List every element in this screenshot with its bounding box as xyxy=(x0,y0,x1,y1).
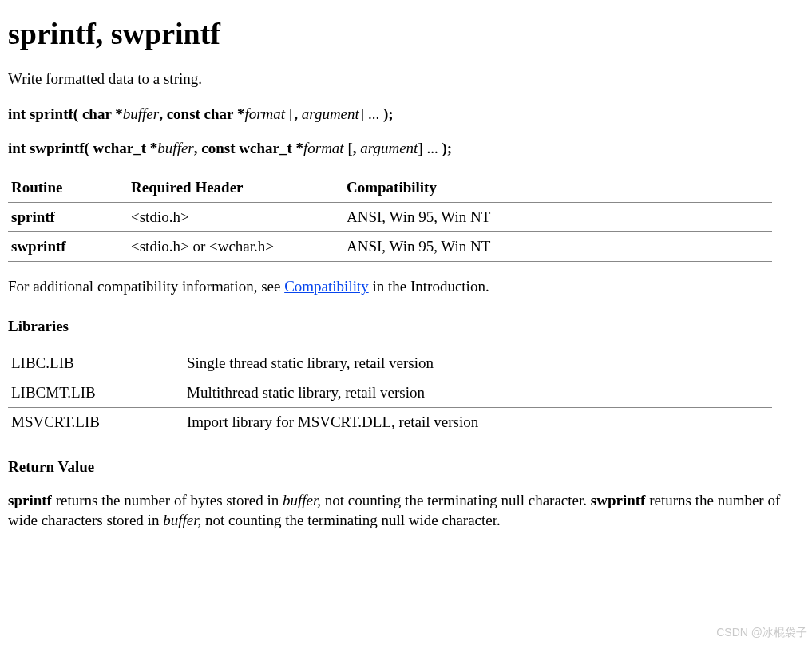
col-routine: Routine xyxy=(8,173,128,203)
sig-text: int swprintf( wchar_t * xyxy=(8,140,157,156)
sig-text: ); xyxy=(442,140,452,156)
sig-text: ); xyxy=(383,105,394,122)
cell-libdesc: Multithread static library, retail versi… xyxy=(184,378,772,408)
ret-param: buffer, xyxy=(163,512,201,528)
sig-text: [ xyxy=(285,105,294,122)
page-title: sprintf, swprintf xyxy=(8,16,804,51)
sig-text: , xyxy=(294,105,302,122)
table-row: sprintf <stdio.h> ANSI, Win 95, Win NT xyxy=(8,202,772,231)
cell-header: <stdio.h> or <wchar.h> xyxy=(128,231,343,261)
sig-text: [ xyxy=(344,140,353,156)
cell-libname: MSVCRT.LIB xyxy=(8,408,184,437)
compat-note-post: in the Introduction. xyxy=(369,278,489,295)
sig-text: , const wchar_t * xyxy=(194,140,303,156)
sig-param: buffer xyxy=(157,140,193,156)
ret-text: not counting the terminating null wide c… xyxy=(201,512,501,528)
signature-sprintf: int sprintf( char *buffer, const char *f… xyxy=(8,104,804,125)
ret-text: returns the number of bytes stored in xyxy=(52,492,283,508)
table-row: LIBCMT.LIB Multithread static library, r… xyxy=(8,378,772,408)
sig-param: argument xyxy=(302,105,359,122)
compat-note-pre: For additional compatibility information… xyxy=(8,278,284,295)
col-required-header: Required Header xyxy=(128,173,343,203)
ret-param: buffer, xyxy=(283,492,321,508)
table-row: swprintf <stdio.h> or <wchar.h> ANSI, Wi… xyxy=(8,231,772,261)
sig-param: format xyxy=(303,140,344,156)
cell-routine: swprintf xyxy=(8,231,128,261)
ret-func: sprintf xyxy=(8,492,52,508)
compatibility-table: Routine Required Header Compatibility sp… xyxy=(8,173,772,262)
return-value-text: sprintf returns the number of bytes stor… xyxy=(8,490,804,531)
cell-libname: LIBC.LIB xyxy=(8,349,184,378)
sig-text: ] ... xyxy=(359,105,383,122)
signature-swprintf: int swprintf( wchar_t *buffer, const wch… xyxy=(8,138,804,159)
compat-note: For additional compatibility information… xyxy=(8,276,804,297)
sig-param: argument xyxy=(360,140,418,156)
cell-header: <stdio.h> xyxy=(128,202,343,231)
cell-compat: ANSI, Win 95, Win NT xyxy=(343,202,772,231)
sig-text: ] ... xyxy=(418,140,442,156)
return-line: sprintf returns the number of bytes stor… xyxy=(8,490,804,531)
cell-compat: ANSI, Win 95, Win NT xyxy=(343,231,772,261)
cell-libdesc: Single thread static library, retail ver… xyxy=(184,349,772,378)
cell-routine: sprintf xyxy=(8,202,128,231)
return-value-heading: Return Value xyxy=(8,457,804,477)
col-compatibility: Compatibility xyxy=(343,173,772,203)
table-row: MSVCRT.LIB Import library for MSVCRT.DLL… xyxy=(8,408,772,437)
sig-text: , const char * xyxy=(159,105,244,122)
sig-param: buffer xyxy=(123,105,159,122)
libraries-heading: Libraries xyxy=(8,316,804,337)
table-header-row: Routine Required Header Compatibility xyxy=(8,173,772,203)
ret-text: not counting the terminating null charac… xyxy=(321,492,591,508)
compatibility-link[interactable]: Compatibility xyxy=(284,278,369,295)
sig-text: , xyxy=(353,140,361,156)
table-row: LIBC.LIB Single thread static library, r… xyxy=(8,349,772,378)
cell-libname: LIBCMT.LIB xyxy=(8,378,184,408)
intro-text: Write formatted data to a string. xyxy=(8,69,804,89)
sig-param: format xyxy=(244,105,285,122)
ret-func: swprintf xyxy=(591,492,646,508)
libraries-table: LIBC.LIB Single thread static library, r… xyxy=(8,349,772,437)
cell-libdesc: Import library for MSVCRT.DLL, retail ve… xyxy=(184,408,772,437)
sig-text: int sprintf( char * xyxy=(8,105,123,122)
